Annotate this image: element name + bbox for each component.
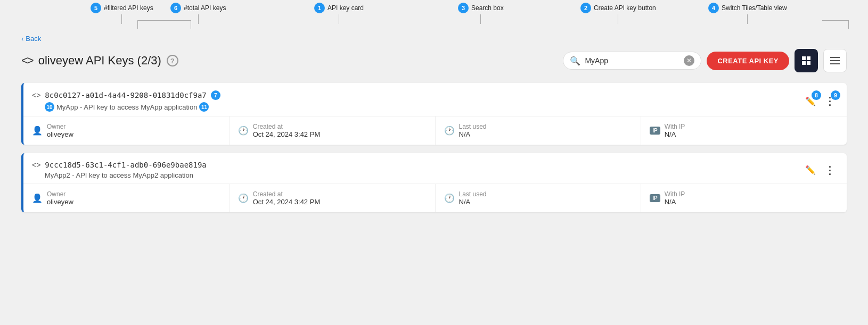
owner-label-1: Owner: [47, 123, 73, 130]
card-key-id-row-1: <> 8c0c0127-a01d-4a44-9208-01831d0cf9a7 …: [32, 90, 220, 100]
edit-badge-1: 8: [812, 90, 821, 100]
help-icon[interactable]: ?: [167, 55, 178, 66]
back-link[interactable]: ‹ Back: [21, 35, 847, 43]
with-ip-text-1: With IP N/A: [665, 123, 685, 138]
svg-rect-5: [830, 60, 840, 61]
page-title: oliveyew API Keys (2/3): [38, 54, 161, 68]
owner-value-1: oliveyew: [47, 130, 73, 138]
card-actions-2: ✏️ ⋮: [802, 162, 838, 179]
created-text-1: Created at Oct 24, 2024 3:42 PM: [253, 123, 320, 138]
with-ip-label-1: With IP: [665, 123, 685, 130]
card-details-2: 👤 Owner oliveyew 🕐 Created at Oct 24, 20…: [23, 184, 847, 212]
desc-badge-right-1: 11: [199, 102, 209, 112]
clear-search-icon[interactable]: ✕: [684, 55, 694, 66]
owner-label-2: Owner: [47, 190, 73, 198]
back-arrow-icon: ‹: [21, 35, 23, 43]
with-ip-value-1: N/A: [665, 130, 685, 138]
created-label-2: Created at: [253, 190, 320, 198]
svg-rect-3: [807, 61, 810, 65]
card-details-1: 👤 Owner oliveyew 🕐 Created at Oct 24, 20…: [23, 116, 847, 145]
card-key-id-row-2: <> 9ccc18d5-63c1-4cf1-adb0-696e9bae819a: [32, 161, 207, 169]
bracket-switch-view: [822, 20, 849, 29]
card-actions-1: ✏️ 8 ⋮ 9: [802, 93, 838, 110]
card-key-info-2: <> 9ccc18d5-63c1-4cf1-adb0-696e9bae819a …: [32, 161, 207, 179]
owner-detail-2: 👤 Owner oliveyew: [23, 184, 230, 212]
desc-badge-left-1: 10: [45, 102, 54, 112]
annotation-switch-view: 4 Switch Tiles/Table view: [708, 3, 787, 24]
created-text-2: Created at Oct 24, 2024 3:42 PM: [253, 190, 320, 206]
key-id-2: 9ccc18d5-63c1-4cf1-adb0-696e9bae819a: [45, 161, 206, 169]
card-key-info-1: <> 8c0c0127-a01d-4a44-9208-01831d0cf9a7 …: [32, 90, 220, 112]
grid-view-button[interactable]: [795, 49, 818, 72]
card-description-row-2: MyApp2 - API key to access MyApp2 applic…: [32, 171, 207, 179]
card-description-1: MyApp - API key to access MyApp applicat…: [56, 103, 197, 111]
header-row: <> oliveyew API Keys (2/3) ? 🔍 ✕ CREATE …: [21, 49, 847, 72]
back-label: Back: [26, 35, 41, 43]
created-value-1: Oct 24, 2024 3:42 PM: [253, 130, 320, 138]
clock-icon-2: 🕐: [238, 193, 249, 203]
card-header-2: <> 9ccc18d5-63c1-4cf1-adb0-696e9bae819a …: [23, 153, 847, 184]
list-icon: [830, 57, 840, 64]
more-button-2[interactable]: ⋮: [821, 162, 838, 179]
last-used-text-1: Last used N/A: [459, 123, 487, 138]
search-icon: 🔍: [570, 56, 580, 66]
api-key-card-2: <> 9ccc18d5-63c1-4cf1-adb0-696e9bae819a …: [21, 153, 847, 212]
more-button-1[interactable]: ⋮ 9: [821, 93, 838, 110]
with-ip-value-2: N/A: [665, 198, 685, 206]
list-view-button[interactable]: [823, 49, 847, 72]
clock-icon-1: 🕐: [238, 126, 249, 136]
clock-icon-last-used-2: 🕐: [444, 193, 455, 203]
card-code-brackets-icon: <>: [32, 91, 40, 99]
annotations-bar: 5 #filtered API keys 6 #total API keys 1…: [0, 0, 868, 35]
ip-badge-1: IP: [650, 127, 660, 135]
annotation-api-key-card: 1 API key card: [314, 3, 364, 24]
created-detail-2: 🕐 Created at Oct 24, 2024 3:42 PM: [230, 184, 436, 212]
last-used-label-2: Last used: [459, 190, 487, 198]
created-label-1: Created at: [253, 123, 320, 130]
svg-rect-2: [802, 61, 806, 65]
ip-badge-2: IP: [650, 194, 660, 202]
api-key-card-1: <> 8c0c0127-a01d-4a44-9208-01831d0cf9a7 …: [21, 83, 847, 145]
edit-button-2[interactable]: ✏️: [802, 162, 819, 179]
annotation-total-keys: 6 #total API keys: [170, 3, 226, 24]
svg-rect-1: [807, 56, 810, 60]
edit-icon-2: ✏️: [805, 165, 816, 175]
with-ip-detail-2: IP With IP N/A: [641, 184, 847, 212]
last-used-text-2: Last used N/A: [459, 190, 487, 206]
with-ip-text-2: With IP N/A: [665, 190, 685, 206]
search-input[interactable]: [585, 56, 679, 65]
with-ip-label-2: With IP: [665, 190, 685, 198]
main-content: ‹ Back <> oliveyew API Keys (2/3) ? 🔍 ✕ …: [0, 35, 868, 231]
edit-button-1[interactable]: ✏️ 8: [802, 93, 819, 110]
svg-rect-0: [802, 56, 806, 60]
last-used-value-1: N/A: [459, 130, 487, 138]
svg-rect-6: [830, 63, 840, 64]
owner-detail-1: 👤 Owner oliveyew: [23, 116, 230, 145]
search-box: 🔍 ✕: [563, 52, 701, 70]
owner-icon-2: 👤: [32, 193, 43, 203]
create-api-key-button[interactable]: CREATE API KEY: [707, 52, 789, 70]
page-title-group: <> oliveyew API Keys (2/3) ?: [21, 54, 178, 68]
card-code-brackets-icon-2: <>: [32, 161, 40, 169]
with-ip-detail-1: IP With IP N/A: [641, 116, 847, 145]
owner-value-2: oliveyew: [47, 198, 73, 206]
last-used-detail-2: 🕐 Last used N/A: [436, 184, 642, 212]
last-used-detail-1: 🕐 Last used N/A: [436, 116, 642, 145]
owner-text-2: Owner oliveyew: [47, 190, 73, 206]
more-icon-2: ⋮: [824, 164, 835, 177]
created-detail-1: 🕐 Created at Oct 24, 2024 3:42 PM: [230, 116, 436, 145]
last-used-value-2: N/A: [459, 198, 487, 206]
annotation-search-box: 3 Search box: [458, 3, 504, 24]
card-description-2: MyApp2 - API key to access MyApp2 applic…: [45, 171, 193, 179]
card-description-row-1: 10 MyApp - API key to access MyApp appli…: [32, 102, 220, 112]
last-used-label-1: Last used: [459, 123, 487, 130]
owner-text-1: Owner oliveyew: [47, 123, 73, 138]
code-brackets-icon: <>: [21, 54, 33, 68]
owner-icon: 👤: [32, 126, 43, 136]
key-id-badge-1: 7: [211, 90, 220, 100]
card-header-1: <> 8c0c0127-a01d-4a44-9208-01831d0cf9a7 …: [23, 83, 847, 116]
key-id-1: 8c0c0127-a01d-4a44-9208-01831d0cf9a7: [45, 91, 206, 99]
grid-icon: [801, 56, 811, 65]
svg-rect-4: [830, 57, 840, 58]
clock-icon-last-used-1: 🕐: [444, 126, 455, 136]
